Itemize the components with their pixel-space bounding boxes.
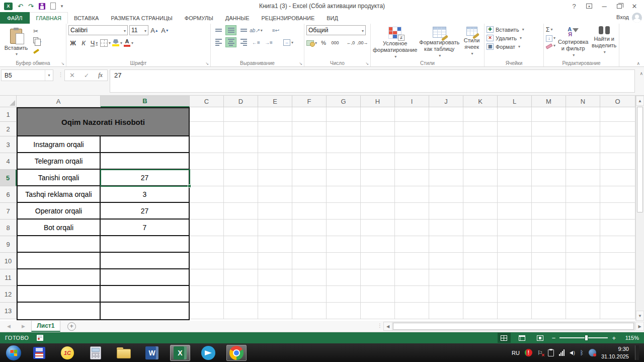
ribbon-display-options-icon[interactable]: ▴ — [583, 1, 596, 11]
underline-button[interactable]: Ч — [90, 38, 99, 48]
cell-styles-button[interactable]: Стили ячеек — [461, 27, 482, 59]
cell-B11[interactable] — [101, 269, 189, 285]
alignment-dialog-launcher-icon[interactable]: ↘ — [299, 61, 302, 66]
cancel-entry-icon[interactable]: ✕ — [69, 71, 75, 79]
delete-cells-button[interactable]: ✕Удалить — [487, 35, 541, 41]
tray-app-icon[interactable] — [548, 349, 554, 356]
tab-view[interactable]: ВИД — [320, 12, 344, 24]
customize-qat-icon[interactable]: ▾ — [61, 4, 63, 9]
zoom-slider-thumb[interactable] — [585, 335, 588, 341]
font-dialog-launcher-icon[interactable]: ↘ — [205, 61, 209, 66]
cell-A6[interactable]: Tashqi reklama orqali — [18, 186, 101, 202]
confirm-entry-icon[interactable]: ✓ — [84, 72, 89, 79]
row-header-12[interactable]: 12 — [0, 286, 17, 303]
sheet-tab-list1[interactable]: Лист1 — [31, 321, 60, 332]
decrease-font-icon[interactable]: A▼ — [160, 25, 170, 35]
column-header-B[interactable]: B — [101, 96, 190, 107]
row-header-1[interactable]: 1 — [0, 107, 17, 122]
column-header-E[interactable]: E — [258, 96, 292, 107]
vertical-scroll-thumb[interactable] — [637, 107, 643, 212]
cell-B7[interactable]: 27 — [101, 203, 189, 219]
format-as-table-button[interactable]: Форматировать как таблицу — [419, 27, 459, 59]
row-header-2[interactable]: 2 — [0, 122, 17, 136]
wrap-text-button[interactable]: ≡↩ — [270, 25, 281, 35]
security-alert-icon[interactable]: ! — [525, 349, 532, 356]
decrease-indent-icon[interactable]: ←≡ — [251, 37, 262, 47]
comma-style-button[interactable]: 000 — [330, 38, 340, 48]
row-header-7[interactable]: 7 — [0, 203, 17, 220]
column-header-O[interactable]: O — [600, 96, 635, 107]
tab-data[interactable]: ДАННЫЕ — [219, 12, 256, 24]
tab-insert[interactable]: ВСТАВКА — [68, 12, 105, 24]
cell-A4[interactable]: Telegram orqali — [18, 153, 101, 169]
cell-B9[interactable] — [101, 236, 189, 252]
tab-review[interactable]: РЕЦЕНЗИРОВАНИЕ — [255, 12, 320, 24]
scroll-down-icon[interactable]: ▼ — [636, 311, 644, 321]
taskbar-telegram-icon[interactable] — [198, 345, 218, 361]
cells-pane[interactable]: Oqim Nazorati HisobotiInstagram orqaliTe… — [17, 107, 635, 321]
taskbar-save-app-icon[interactable] — [29, 345, 49, 361]
number-dialog-launcher-icon[interactable]: ↘ — [365, 61, 369, 66]
save-icon[interactable] — [39, 3, 45, 10]
italic-button[interactable]: К — [79, 38, 88, 48]
cell-A9[interactable] — [18, 236, 101, 252]
bold-button[interactable]: Ж — [68, 38, 77, 48]
row-header-3[interactable]: 3 — [0, 136, 17, 153]
borders-button[interactable] — [100, 38, 111, 48]
cell-A10[interactable] — [18, 253, 101, 268]
column-header-I[interactable]: I — [395, 96, 429, 107]
fill-color-button[interactable] — [112, 38, 122, 48]
excel-logo-icon[interactable]: X — [4, 3, 13, 10]
column-header-G[interactable]: G — [327, 96, 361, 107]
account-avatar[interactable] — [632, 13, 642, 23]
new-document-icon[interactable] — [50, 3, 56, 10]
copy-icon[interactable] — [33, 37, 41, 44]
cell-A8[interactable]: Bot orqali — [18, 220, 101, 235]
scroll-right-icon[interactable]: ▶ — [635, 322, 644, 331]
row-header-13[interactable]: 13 — [0, 303, 17, 319]
cut-icon[interactable]: ✂ — [33, 28, 41, 34]
increase-font-icon[interactable]: A▲ — [150, 25, 159, 35]
cell-A11[interactable] — [18, 269, 101, 285]
row-header-9[interactable]: 9 — [0, 236, 17, 253]
volume-icon[interactable]: ) — [570, 350, 575, 355]
cell-B12[interactable] — [101, 286, 189, 302]
tab-formulas[interactable]: ФОРМУЛЫ — [179, 12, 219, 24]
tab-home[interactable]: ГЛАВНАЯ — [30, 12, 68, 24]
tab-splitter[interactable]: ⋮ — [377, 323, 382, 328]
network-signal-icon[interactable] — [559, 349, 565, 356]
taskbar-chrome-icon[interactable] — [226, 345, 247, 361]
number-format-select[interactable]: Общий — [306, 25, 366, 35]
column-header-K[interactable]: K — [463, 96, 498, 107]
new-sheet-icon[interactable]: + — [67, 322, 76, 331]
scroll-up-icon[interactable]: ▲ — [636, 96, 644, 106]
font-color-button[interactable]: А — [124, 38, 133, 48]
prev-sheet-icon[interactable]: ◀ — [7, 324, 11, 329]
restore-icon[interactable] — [613, 1, 626, 11]
taskbar-calculator-icon[interactable] — [86, 345, 106, 361]
column-header-N[interactable]: N — [566, 96, 600, 107]
insert-function-icon[interactable]: fx — [98, 71, 103, 79]
cell-A13[interactable] — [18, 303, 101, 319]
cell-B10[interactable] — [101, 253, 189, 268]
paste-button[interactable]: Вставить — [2, 25, 30, 59]
cell-merged-title[interactable]: Oqim Nazorati Hisoboti — [18, 108, 189, 136]
start-button[interactable] — [6, 345, 21, 360]
fill-handle[interactable] — [188, 184, 191, 188]
row-header-10[interactable]: 10 — [0, 253, 17, 269]
next-sheet-icon[interactable]: ▶ — [22, 324, 25, 329]
conditional-formatting-button[interactable]: ≠ Условное форматирование — [373, 27, 417, 59]
zoom-slider[interactable] — [559, 337, 608, 338]
find-select-button[interactable]: Найти и выделить — [591, 26, 617, 59]
expand-formula-bar-icon[interactable]: ∧ — [639, 71, 643, 76]
name-box[interactable]: B5 ▾ — [1, 69, 53, 81]
normal-view-button[interactable] — [498, 333, 511, 343]
macro-record-icon[interactable] — [37, 335, 43, 341]
column-header-M[interactable]: M — [532, 96, 566, 107]
cell-A5[interactable]: Tanishi orqali — [18, 170, 101, 185]
select-all-corner[interactable] — [0, 96, 17, 107]
align-bottom-button[interactable] — [238, 25, 249, 35]
clipboard-dialog-launcher-icon[interactable]: ↘ — [61, 61, 64, 66]
percent-style-button[interactable]: % — [318, 38, 329, 48]
cell-B3[interactable] — [101, 136, 189, 152]
